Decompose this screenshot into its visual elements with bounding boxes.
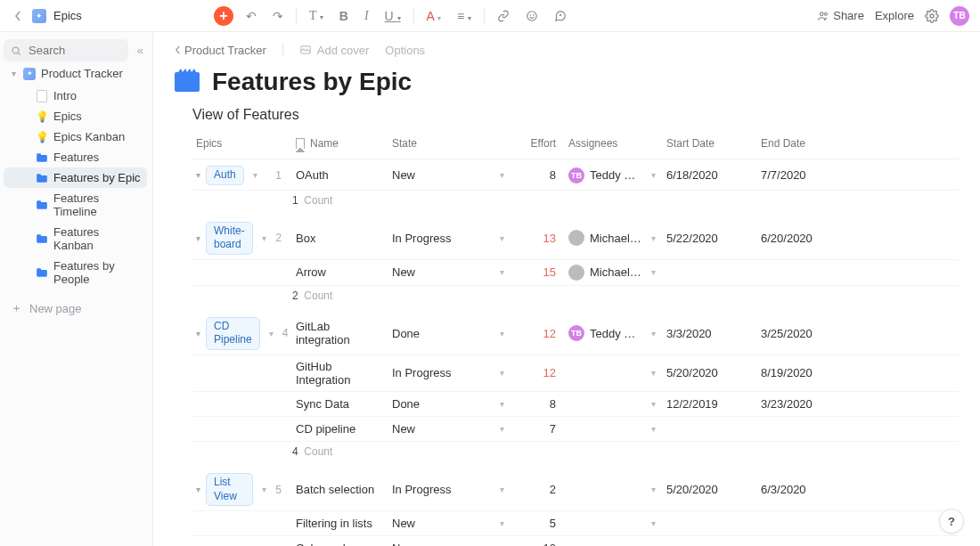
group-auth: ▾Auth▾1OAuthNew▾8TBTeddy Bear▾6/18/20207…: [192, 161, 959, 216]
comment-button[interactable]: [551, 8, 570, 24]
page-icon[interactable]: [175, 72, 200, 92]
epic-chip[interactable]: Auth: [206, 166, 244, 185]
group-count: 1: [275, 169, 289, 182]
group-collapse-toggle[interactable]: ▾: [196, 329, 200, 338]
text-color-button[interactable]: A ▾: [423, 7, 445, 25]
table-row[interactable]: GitHub IntegrationIn Progress▾12▾5/20/20…: [192, 355, 959, 392]
user-avatar[interactable]: TB: [950, 6, 969, 26]
group-summary: 2 Count: [192, 286, 959, 311]
sidebar-item-features-timeline[interactable]: Features Timeline: [4, 188, 147, 222]
end-date: 6/3/2020: [757, 478, 852, 501]
assignee-menu[interactable]: ▾: [648, 399, 659, 409]
search-input-field[interactable]: [27, 43, 121, 58]
column-end-date[interactable]: End Date: [757, 132, 852, 155]
sidebar-item-features[interactable]: Features: [4, 147, 147, 167]
chevron-down-icon[interactable]: ▾: [9, 69, 18, 78]
column-assignees[interactable]: Assignees: [565, 132, 663, 155]
table-header: Epics Name State Effort Assignees Start …: [192, 128, 959, 159]
table-row[interactable]: ▾White-board▾2BoxIn Progress▾13Michael D…: [192, 217, 959, 260]
collapse-sidebar-button[interactable]: «: [134, 40, 147, 61]
column-epics[interactable]: Epics: [192, 132, 292, 155]
table-row[interactable]: CD pipelineNew▾7▾: [192, 417, 959, 442]
sidebar-item-label: Features: [53, 151, 99, 164]
table-row[interactable]: Color code rowNew▾10▾: [192, 536, 959, 546]
sidebar-item-features-by-epic[interactable]: Features by Epic: [4, 167, 147, 188]
add-cover-button[interactable]: Add cover: [299, 44, 370, 57]
options-button[interactable]: Options: [385, 44, 425, 57]
column-state[interactable]: State: [388, 132, 520, 155]
underline-button[interactable]: U ▾: [381, 7, 404, 25]
svg-point-6: [825, 12, 828, 15]
assignee-menu[interactable]: ▾: [648, 485, 659, 494]
settings-button[interactable]: [925, 9, 939, 23]
assignee-menu[interactable]: ▾: [648, 368, 659, 378]
share-button[interactable]: Share: [817, 9, 864, 22]
table-row[interactable]: ArrowNew▾15Michael Du…▾: [192, 260, 959, 286]
assignee-menu[interactable]: ▾: [648, 329, 659, 338]
state-dropdown[interactable]: ▾: [500, 170, 504, 180]
feature-name: Batch selection: [292, 478, 388, 501]
bold-button[interactable]: B: [336, 7, 352, 25]
state-dropdown[interactable]: ▾: [500, 399, 504, 409]
svg-point-8: [12, 47, 19, 53]
main-content: Product Tracker Add cover Options Featur…: [153, 32, 980, 546]
sidebar-root-product-tracker[interactable]: ▾ ✦ Product Tracker: [4, 63, 147, 84]
table-row[interactable]: ▾List View▾5Batch selectionIn Progress▾2…: [192, 469, 959, 511]
epic-menu[interactable]: ▾: [258, 485, 270, 494]
table-row[interactable]: ▾CD Pipeline▾4GitLab integrationDone▾12T…: [192, 313, 959, 355]
breadcrumb[interactable]: Product Tracker: [175, 44, 266, 57]
explore-link[interactable]: Explore: [875, 9, 914, 22]
table-row[interactable]: Filtering in listsNew▾5▾: [192, 511, 959, 536]
link-button[interactable]: [494, 8, 513, 24]
sidebar-item-intro[interactable]: Intro: [4, 86, 147, 106]
svg-point-2: [534, 14, 535, 15]
column-name[interactable]: Name: [292, 132, 388, 155]
state-dropdown[interactable]: ▾: [500, 485, 504, 494]
group-summary: 4 Count: [192, 442, 959, 467]
epic-chip[interactable]: White-board: [206, 222, 253, 255]
epic-menu[interactable]: ▾: [265, 329, 277, 338]
column-effort[interactable]: Effort: [520, 132, 565, 155]
assignee-menu[interactable]: ▾: [648, 267, 659, 277]
table-row[interactable]: ▾Auth▾1OAuthNew▾8TBTeddy Bear▾6/18/20207…: [192, 161, 959, 191]
assignee-menu[interactable]: ▾: [648, 170, 659, 180]
sidebar-item-features-by-people[interactable]: Features by People: [4, 256, 147, 289]
start-date: [663, 424, 757, 433]
group-collapse-toggle[interactable]: ▾: [196, 233, 200, 243]
state-dropdown[interactable]: ▾: [500, 424, 504, 434]
assignee-menu[interactable]: ▾: [648, 233, 659, 243]
assignee-menu[interactable]: ▾: [648, 424, 659, 434]
new-button[interactable]: +: [214, 6, 233, 26]
epic-menu[interactable]: ▾: [249, 170, 261, 180]
sidebar-item-epics[interactable]: 💡Epics: [4, 106, 147, 126]
state-value: New: [392, 265, 415, 279]
epic-chip[interactable]: CD Pipeline: [206, 317, 260, 350]
sidebar-item-epics-kanban[interactable]: 💡Epics Kanban: [4, 126, 147, 147]
italic-button[interactable]: I: [361, 7, 372, 25]
epic-chip[interactable]: List View: [206, 473, 253, 506]
group-collapse-toggle[interactable]: ▾: [196, 485, 200, 494]
state-dropdown[interactable]: ▾: [500, 267, 504, 277]
help-button[interactable]: ?: [939, 509, 964, 534]
back-button[interactable]: [11, 9, 25, 23]
search-input[interactable]: [4, 39, 128, 61]
undo-button[interactable]: ↶: [242, 7, 260, 25]
state-dropdown[interactable]: ▾: [500, 233, 504, 243]
assignee-avatar: [568, 265, 584, 281]
state-dropdown[interactable]: ▾: [500, 329, 504, 338]
effort-value: 12: [520, 362, 565, 384]
epic-menu[interactable]: ▾: [258, 233, 270, 243]
state-dropdown[interactable]: ▾: [500, 368, 504, 378]
add-cover-label: Add cover: [317, 44, 370, 57]
text-style-button[interactable]: T ▾: [306, 7, 327, 25]
column-start-date[interactable]: Start Date: [663, 132, 757, 155]
sidebar-item-features-kanban[interactable]: Features Kanban: [4, 222, 147, 256]
group-collapse-toggle[interactable]: ▾: [196, 170, 200, 180]
redo-button[interactable]: ↷: [269, 7, 287, 25]
assignee-menu[interactable]: ▾: [648, 518, 659, 528]
state-dropdown[interactable]: ▾: [500, 518, 504, 528]
emoji-button[interactable]: [522, 8, 542, 24]
align-button[interactable]: ≡ ▾: [453, 7, 475, 25]
table-row[interactable]: Sync DataDone▾8▾12/2/20193/23/2020: [192, 392, 959, 417]
new-page-button[interactable]: ＋ New page: [4, 295, 147, 322]
